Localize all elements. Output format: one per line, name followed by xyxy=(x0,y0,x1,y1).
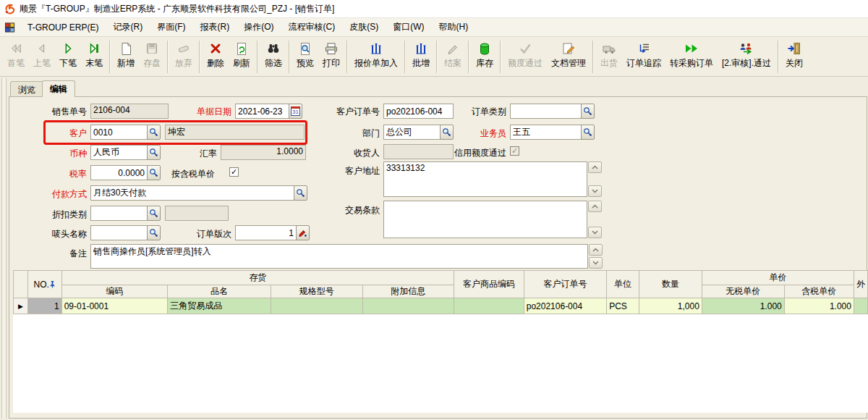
discount-type-input[interactable] xyxy=(90,206,148,221)
cell-customer-item-code[interactable] xyxy=(454,298,524,314)
order-type-label: 订单类别 xyxy=(454,104,506,119)
lookup-magnifier-icon xyxy=(149,209,158,218)
batch-add-button[interactable]: 批增 xyxy=(408,38,434,75)
order-version-input[interactable] xyxy=(235,225,297,240)
close-button[interactable]: 关闭 xyxy=(781,38,807,75)
cell-customer-po[interactable]: po202106-004 xyxy=(524,298,606,314)
erp-window: 顺景『T-GROUP』制造业ERP系统 - 广东顺景软件科技有限公司_PZJ -… xyxy=(0,0,868,420)
address-scroll-up-button[interactable] xyxy=(588,161,602,173)
payment-input[interactable] xyxy=(90,185,294,201)
prev-record-icon xyxy=(34,41,50,56)
menu-record[interactable]: 记录(R) xyxy=(106,18,150,36)
cell-unit[interactable]: PCS xyxy=(607,298,639,314)
order-type-lookup-button[interactable] xyxy=(581,104,595,119)
print-button[interactable]: 打印 xyxy=(318,38,344,75)
department-lookup-button[interactable] xyxy=(440,125,454,140)
customer-lookup-button[interactable] xyxy=(147,125,161,140)
delete-button[interactable]: 删除 xyxy=(203,38,229,75)
salesman-input[interactable] xyxy=(510,125,582,140)
calendar-button[interactable]: 31 xyxy=(289,104,302,119)
order-type-input[interactable] xyxy=(510,104,582,119)
header-group-price: 单价 xyxy=(702,271,854,285)
tab-edit[interactable]: 编辑 xyxy=(42,80,75,97)
binoculars-icon xyxy=(265,41,281,56)
order-version-button[interactable] xyxy=(296,225,310,240)
current-row-marker: ▶ xyxy=(14,298,28,314)
first-record-button: 首笔 xyxy=(3,38,29,75)
cell-spec[interactable] xyxy=(271,298,362,314)
address-scroll-down-button[interactable] xyxy=(588,185,602,197)
mark-name-input[interactable] xyxy=(90,225,148,240)
lookup-magnifier-icon xyxy=(442,127,451,137)
preview-button[interactable]: 预览 xyxy=(292,38,318,75)
next-record-button[interactable]: 下笔 xyxy=(55,38,81,75)
save-button: 存盘 xyxy=(139,38,165,75)
currency-lookup-button[interactable] xyxy=(147,145,161,160)
close-case-pen-icon xyxy=(445,41,461,56)
lookup-magnifier-icon xyxy=(149,168,158,177)
new-button[interactable]: 新增 xyxy=(113,38,139,75)
cell-qty[interactable]: 1,000 xyxy=(639,298,702,314)
inventory-button[interactable]: 库存 xyxy=(472,38,498,75)
menu-skin[interactable]: 皮肤(S) xyxy=(342,18,386,36)
cell-price-inc-tax[interactable]: 1.000 xyxy=(784,298,854,314)
cell-extra[interactable] xyxy=(362,298,454,314)
tab-browse[interactable]: 浏览 xyxy=(10,81,43,97)
grid-row-1[interactable]: ▶ 1 09-01-0001 三角贸易成品 po202106-004 PCS 1… xyxy=(14,298,868,314)
tax-rate-lookup-button[interactable] xyxy=(147,165,161,180)
doc-date-input[interactable] xyxy=(235,104,289,119)
menu-tgroup-erp[interactable]: T-GROUP ERP(E) xyxy=(20,20,106,35)
refresh-button[interactable]: 刷新 xyxy=(229,38,255,75)
customer-code-input[interactable] xyxy=(90,125,148,140)
currency-input[interactable] xyxy=(90,145,148,160)
payment-group xyxy=(90,185,307,201)
menu-workflow-audit[interactable]: 流程审核(C) xyxy=(281,18,342,36)
payment-lookup-button[interactable] xyxy=(294,185,307,201)
delete-x-icon xyxy=(208,41,224,56)
customer-po-input[interactable] xyxy=(383,104,454,119)
audit-pass-button[interactable]: [2.审核].通过 xyxy=(718,38,775,75)
to-purchase-order-button[interactable]: 转采购订单 xyxy=(665,38,718,75)
salesman-lookup-button[interactable] xyxy=(581,125,595,140)
remark-textarea[interactable]: 销售商操作员[系统管理员]转入 xyxy=(90,244,588,269)
toolbar-separator xyxy=(257,41,258,73)
tax-inclusive-checkbox[interactable]: ✓ xyxy=(229,167,239,177)
toolbar-separator xyxy=(592,41,594,73)
mark-name-lookup-button[interactable] xyxy=(147,225,161,240)
cell-name[interactable]: 三角贸易成品 xyxy=(168,298,271,314)
cell-price-ex-tax[interactable]: 1.000 xyxy=(702,298,784,314)
tax-rate-input[interactable] xyxy=(90,165,148,180)
customer-address-textarea[interactable]: 33313132 xyxy=(383,161,587,197)
filter-button[interactable]: 筛选 xyxy=(260,38,286,75)
discount-type-label: 折扣类别 xyxy=(29,207,87,222)
terms-scroll-up-button[interactable] xyxy=(588,201,602,212)
document-management-button[interactable]: 文档管理 xyxy=(547,38,590,75)
customer-code-group xyxy=(90,125,161,140)
department-input[interactable] xyxy=(383,125,441,140)
exchange-rate-field: 1.0000 xyxy=(221,145,306,160)
tax-rate-group xyxy=(90,165,161,180)
chevron-up-icon xyxy=(592,204,598,209)
lookup-magnifier-icon xyxy=(149,148,158,157)
menu-help[interactable]: 帮助(H) xyxy=(431,18,475,36)
order-version-group xyxy=(235,225,310,240)
department-label: 部门 xyxy=(315,126,380,140)
menu-window[interactable]: 窗口(W) xyxy=(386,18,431,36)
menu-operation[interactable]: 操作(O) xyxy=(237,18,281,36)
quote-add-button[interactable]: 报价单加入 xyxy=(350,38,402,75)
trade-terms-textarea[interactable] xyxy=(383,201,587,238)
discount-type-lookup-button[interactable] xyxy=(147,206,161,221)
menu-bar: T-GROUP ERP(E) 记录(R) 界面(F) 报表(R) 操作(O) 流… xyxy=(0,18,868,37)
prev-record-button: 上笔 xyxy=(29,38,55,75)
remark-scroll-up-button[interactable] xyxy=(589,244,603,256)
menu-interface[interactable]: 界面(F) xyxy=(150,18,192,36)
header-customer-po: 客户订单号 xyxy=(524,271,606,298)
terms-scroll-down-button[interactable] xyxy=(588,227,602,238)
discount-type-name-field xyxy=(165,206,229,221)
last-record-button[interactable]: 末笔 xyxy=(81,38,107,75)
menu-report[interactable]: 报表(R) xyxy=(192,18,237,36)
order-no-field: 2106-004 xyxy=(90,104,169,119)
order-track-button[interactable]: 订单追踪 xyxy=(622,38,665,75)
remark-scroll-down-button[interactable] xyxy=(589,257,603,269)
cell-code[interactable]: 09-01-0001 xyxy=(61,298,167,314)
